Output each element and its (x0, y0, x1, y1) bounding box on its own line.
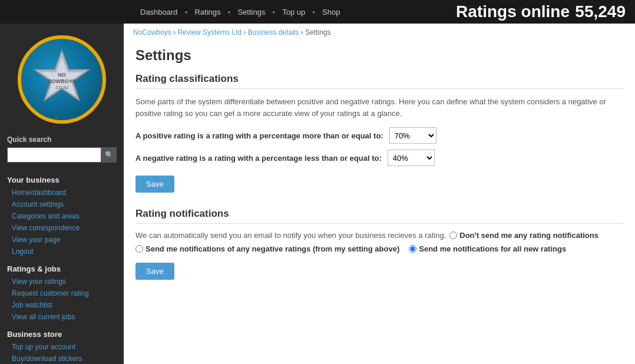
logo-circle: NO COWBOYS .CO.NZ (18, 35, 106, 124)
top-navigation: Dashboard ● Ratings ● Settings ● Top up … (0, 0, 635, 24)
ratings-online-label: Ratings online (456, 2, 570, 21)
notifications-text: We can automatically send you an email t… (135, 231, 446, 240)
ratings-count: 55,249 (575, 2, 626, 21)
radio-negative-item: Send me notifications of any negative ra… (135, 244, 399, 253)
radio-all[interactable] (409, 245, 416, 253)
main-content: NoCowboys › Review Systems Ltd › Busines… (124, 24, 635, 364)
positive-rating-label: A positive rating is a rating with a per… (135, 131, 383, 140)
quick-search-section: Quick search 🔍 (0, 130, 124, 168)
radio-negative[interactable] (135, 245, 143, 253)
nav-dashboard[interactable]: Dashboard (133, 8, 185, 16)
breadcrumb-sep2: › (243, 28, 247, 37)
sidebar-link-logout[interactable]: Logout (0, 246, 124, 257)
svg-text:COWBOYS: COWBOYS (48, 78, 76, 84)
sidebar-link-stickers[interactable]: Buy/download stickers (0, 353, 124, 364)
sidebar-link-topup[interactable]: Top up your account (0, 341, 124, 353)
your-business-title: Your business (0, 168, 124, 187)
rating-notifications-section: Rating notifications We can automaticall… (135, 208, 623, 289)
svg-text:.CO.NZ: .CO.NZ (55, 85, 69, 90)
breadcrumb-nocowboys[interactable]: NoCowboys (133, 28, 171, 37)
sidebar-link-view-page[interactable]: View your page (0, 234, 124, 246)
rating-notifications-title: Rating notifications (135, 208, 623, 224)
sidebar-link-job-watchlist[interactable]: Job watchlist (0, 299, 124, 311)
nav-ratings[interactable]: Ratings (187, 8, 227, 16)
quick-search-label: Quick search (7, 135, 117, 144)
page-layout: NO COWBOYS .CO.NZ Quick search 🔍 Your bu… (0, 24, 635, 364)
page-title: Settings (135, 47, 623, 64)
ratings-jobs-title: Ratings & jobs (0, 257, 124, 276)
search-button[interactable]: 🔍 (101, 147, 117, 163)
radio-dont-send-item: Don't send me any rating notifications (449, 231, 598, 240)
ratings-online-container: Ratings online 55,249 (452, 2, 626, 21)
rating-classifications-description: Some parts of the system differentiate b… (135, 96, 623, 119)
search-input[interactable] (7, 147, 101, 163)
radio-all-label: Send me notifications for all new rating… (419, 244, 566, 253)
nocowboys-logo: NO COWBOYS .CO.NZ (29, 47, 94, 112)
logo-area: NO COWBOYS .CO.NZ (0, 29, 124, 130)
sidebar-link-view-ratings[interactable]: View your ratings (0, 276, 124, 287)
sidebar-link-home[interactable]: Home/dashboard (0, 187, 124, 198)
nav-settings[interactable]: Settings (230, 8, 272, 16)
nav-links: Dashboard ● Ratings ● Settings ● Top up … (133, 8, 452, 16)
rating-classifications-section: Rating classifications Some parts of the… (135, 73, 623, 202)
notifications-row2: Send me notifications of any negative ra… (135, 244, 623, 253)
sidebar-link-account-settings[interactable]: Account settings (0, 198, 124, 210)
nav-shop[interactable]: Shop (315, 8, 347, 16)
sidebar-link-request-rating[interactable]: Request customer rating (0, 287, 124, 299)
radio-negative-label: Send me notifications of any negative ra… (145, 244, 399, 253)
breadcrumb-review-systems[interactable]: Review Systems Ltd (177, 28, 242, 37)
negative-rating-row: A negative rating is a rating with a per… (135, 150, 623, 166)
notifications-row1: We can automatically send you an email t… (135, 231, 623, 240)
search-row: 🔍 (7, 147, 117, 163)
breadcrumb-settings: Settings (305, 28, 330, 37)
sidebar-link-categories[interactable]: Categories and areas (0, 210, 124, 222)
positive-rating-select[interactable]: 10% 20% 30% 40% 50% 60% 70% 80% 90% 100% (389, 127, 436, 144)
sidebar: NO COWBOYS .CO.NZ Quick search 🔍 Your bu… (0, 24, 124, 364)
sidebar-link-current-jobs[interactable]: View all current jobs (0, 311, 124, 323)
save-button-2[interactable]: Save (135, 263, 174, 280)
radio-all-item: Send me notifications for all new rating… (409, 244, 566, 253)
content-area: Settings Rating classifications Some par… (124, 41, 635, 301)
positive-rating-row: A positive rating is a rating with a per… (135, 127, 623, 144)
sidebar-link-correspondence[interactable]: View correspondence (0, 222, 124, 234)
business-store-title: Business store (0, 323, 124, 341)
save-button-1[interactable]: Save (135, 176, 174, 193)
rating-classifications-title: Rating classifications (135, 73, 623, 89)
svg-text:NO: NO (58, 72, 66, 78)
breadcrumb: NoCowboys › Review Systems Ltd › Busines… (124, 24, 635, 41)
nav-topup[interactable]: Top up (275, 8, 312, 16)
radio-dont-send-label: Don't send me any rating notifications (459, 231, 598, 240)
breadcrumb-business-details[interactable]: Business details (248, 28, 299, 37)
radio-dont-send[interactable] (449, 231, 457, 239)
negative-rating-label: A negative rating is a rating with a per… (135, 154, 382, 163)
negative-rating-select[interactable]: 10% 20% 30% 40% 50% 60% 70% 80% 90% 100% (388, 150, 435, 166)
